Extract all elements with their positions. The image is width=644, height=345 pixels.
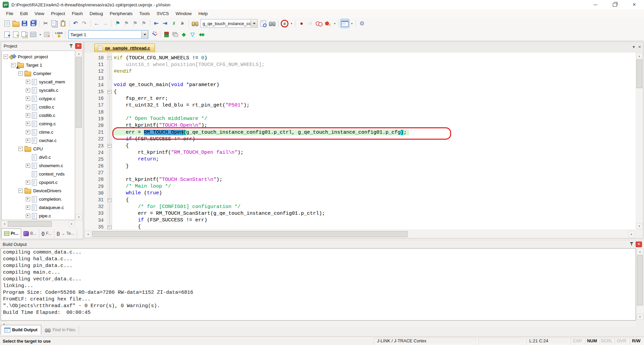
code-line[interactable]: 29 /* Main loop */: [84, 183, 636, 190]
pin-icon[interactable]: [69, 44, 73, 48]
code-line[interactable]: 16 fsp_err_t err;: [84, 95, 636, 102]
options-for-target-button[interactable]: [150, 30, 158, 39]
scroll-right-button[interactable]: ►: [628, 231, 635, 237]
tree-expander[interactable]: [26, 122, 30, 126]
close-button[interactable]: ×: [625, 0, 644, 9]
code-line[interactable]: 24 rt_kprintf("RM_TOUCH_Open fail\n");: [84, 149, 636, 156]
tree-item-label[interactable]: cstdio.c: [39, 105, 54, 110]
code-line[interactable]: 19 /* Open Touch middleware */: [84, 116, 636, 122]
scroll-down-button[interactable]: ▼: [75, 214, 82, 220]
tree-expander[interactable]: [4, 55, 8, 59]
save-all-button[interactable]: [29, 19, 38, 28]
tree-item-label[interactable]: context_rvds: [39, 171, 65, 177]
code-line[interactable]: 20 rt_kprintf("TOUCH Open\n");: [84, 122, 636, 129]
tab-find-in-files[interactable]: Find In Files: [41, 325, 79, 335]
tree-scrollbar-thumb[interactable]: [76, 57, 82, 128]
tree-expander[interactable]: [26, 88, 30, 92]
tree-expander[interactable]: [26, 80, 30, 84]
tab-list-dropdown-button[interactable]: ▼: [632, 44, 636, 50]
fold-marker[interactable]: [107, 197, 112, 203]
target-combobox[interactable]: Target 1: [68, 30, 148, 39]
tree-item-label[interactable]: cwchar.c: [39, 138, 57, 143]
scroll-up-button[interactable]: ▲: [75, 51, 82, 57]
build-output-close-button[interactable]: ×: [636, 242, 642, 247]
paste-button[interactable]: [59, 19, 67, 28]
tree-item-label[interactable]: cstdlib.c: [39, 113, 55, 118]
code-line[interactable]: 35 {: [84, 224, 636, 229]
tree-item-label[interactable]: cstring.c: [39, 121, 56, 126]
open-file-button[interactable]: [11, 19, 20, 28]
search-combobox-value[interactable]: g_qe_touch_instance_co: [201, 21, 251, 26]
code-line[interactable]: 33 err = RM_TOUCH_ScanStart(g_qe_touch_i…: [84, 210, 636, 217]
code-line[interactable]: 10#if (TOUCH_CFG_NUM_WHEELS != 0): [84, 55, 636, 61]
editor-tab-active[interactable]: qe_sample_rtthread.c: [94, 44, 155, 52]
fold-marker[interactable]: [107, 142, 112, 149]
code-line[interactable]: 14void qe_touch_main(void *parameter): [84, 82, 636, 88]
tree-expander[interactable]: [18, 71, 23, 76]
tree-item[interactable]: dataqueue.c: [2, 203, 75, 212]
tree-item-label[interactable]: syscalls.c: [39, 88, 58, 93]
menu-debug[interactable]: Debug: [86, 9, 106, 18]
tree-item[interactable]: Target 1: [2, 61, 75, 69]
kill-all-breakpoints-button[interactable]: [323, 19, 332, 28]
bookmark-prev-button[interactable]: ⚑: [122, 19, 131, 28]
find-button[interactable]: d: [280, 19, 289, 28]
unindent-button[interactable]: ⇤: [152, 19, 161, 28]
download-button[interactable]: LOAD ⇊: [55, 30, 63, 39]
code-line[interactable]: 11 uint16_t wheel_position[TOUCH_CFG_NUM…: [84, 61, 636, 68]
window-dropdown-button[interactable]: ▾: [349, 19, 354, 28]
breakpoint-dropdown-button[interactable]: ▾: [332, 19, 337, 28]
tree-item-label[interactable]: showmem.c: [39, 163, 63, 168]
menu-file[interactable]: File: [3, 9, 17, 18]
menu-view[interactable]: View: [31, 9, 48, 18]
tree-item[interactable]: cwchar.c: [2, 136, 75, 145]
minimize-button[interactable]: [586, 0, 605, 9]
close-document-button[interactable]: ×: [638, 44, 641, 50]
code-line[interactable]: 13: [84, 75, 636, 82]
tree-item[interactable]: CPU: [2, 145, 75, 153]
tree-item[interactable]: Compiler: [2, 69, 75, 78]
tree-expander[interactable]: [26, 214, 30, 218]
tree-expander[interactable]: [26, 138, 30, 143]
redo-button[interactable]: ↷: [80, 19, 89, 28]
tree-expander[interactable]: [26, 197, 30, 201]
new-file-button[interactable]: [3, 19, 11, 28]
code-line[interactable]: 31 {: [84, 197, 636, 203]
tree-item[interactable]: cstdlib.c: [2, 111, 75, 120]
editor-scrollbar-thumb[interactable]: [636, 60, 642, 88]
tab-templates[interactable]: {}→Te...: [54, 229, 77, 238]
editor-hscrollbar-thumb[interactable]: [92, 231, 408, 237]
tree-expander[interactable]: [26, 113, 30, 118]
batch-build-dropdown-button[interactable]: ▾: [38, 30, 42, 39]
search-combobox[interactable]: g_qe_touch_instance_co: [201, 19, 258, 28]
code-line-current[interactable]: 21 err = RM_TOUCH_Open(g_qe_touch_instan…: [84, 129, 636, 136]
copy-button[interactable]: [50, 19, 59, 28]
tree-item[interactable]: cctype.c: [2, 94, 75, 103]
tree-item[interactable]: syscalls.c: [2, 86, 75, 94]
menu-tools[interactable]: Tools: [136, 9, 153, 18]
tree-item[interactable]: syscall_mem: [2, 78, 75, 86]
incremental-find-button[interactable]: [259, 19, 268, 28]
tree-item-label[interactable]: Compiler: [33, 71, 51, 76]
tree-expander[interactable]: [18, 147, 23, 151]
tree-expander[interactable]: [26, 180, 30, 185]
code-line[interactable]: 22 if (FSP_SUCCESS != err): [84, 136, 636, 142]
menu-svcs[interactable]: SVCS: [153, 9, 172, 18]
find-dropdown-button[interactable]: ▾: [289, 19, 293, 28]
menu-help[interactable]: Help: [195, 9, 211, 18]
code-line[interactable]: 17 rt_uint32_t led_blu = rt_pin_get("P50…: [84, 102, 636, 109]
menu-flash[interactable]: Flash: [68, 9, 86, 18]
tree-item[interactable]: DeviceDrivers: [2, 187, 75, 195]
undo-button[interactable]: ↶: [71, 19, 80, 28]
code-line[interactable]: 23 {: [84, 142, 636, 149]
tree-expander[interactable]: [26, 205, 30, 210]
code-line[interactable]: 32 /* for [CONFIG01] configuration */: [84, 203, 636, 210]
tree-item-label[interactable]: pipe.c: [39, 213, 51, 218]
build-output-log[interactable]: compiling common_data.c... compiling hal…: [1, 248, 636, 321]
tree-item-label[interactable]: ctime.c: [39, 130, 53, 135]
menu-edit[interactable]: Edit: [17, 9, 31, 18]
select-packs-button[interactable]: ◆: [179, 30, 188, 39]
combo-arrow-icon[interactable]: [141, 31, 148, 38]
comment-button[interactable]: //: [169, 19, 178, 28]
tree-item-label[interactable]: completion.: [39, 197, 62, 202]
